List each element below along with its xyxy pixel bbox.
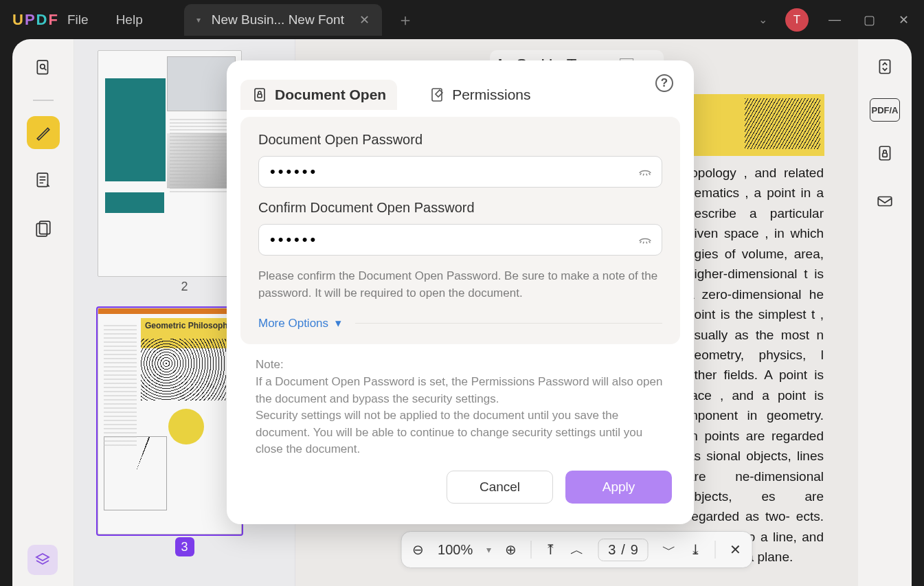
- password-helper-text: Please confirm the Document Open Passwor…: [258, 268, 662, 302]
- eye-icon[interactable]: [638, 232, 653, 250]
- help-icon[interactable]: ?: [655, 74, 673, 92]
- note-block: Note: If a Document Open Password is set…: [227, 344, 694, 458]
- chevron-down-icon: ▾: [335, 316, 341, 330]
- eye-icon[interactable]: [638, 164, 653, 182]
- svg-rect-9: [255, 89, 264, 101]
- tab-permissions[interactable]: Permissions: [418, 80, 541, 110]
- password-input[interactable]: [258, 156, 662, 188]
- cancel-button[interactable]: Cancel: [447, 471, 553, 504]
- tab-document-open[interactable]: Document Open: [240, 80, 397, 110]
- svg-rect-10: [258, 94, 262, 98]
- modal-tabs: Document Open Permissions: [227, 80, 694, 117]
- password-label: Document Open Password: [258, 132, 662, 148]
- more-options-toggle[interactable]: More Options ▾: [258, 311, 662, 330]
- confirm-password-label: Confirm Document Open Password: [258, 200, 662, 216]
- note-label: Note:: [256, 357, 665, 374]
- confirm-password-input[interactable]: [258, 224, 662, 256]
- note-body: If a Document Open Password is set, the …: [256, 374, 665, 458]
- password-panel: Document Open Password Confirm Document …: [240, 117, 680, 344]
- password-modal: ? Document Open Permissions Document Ope…: [227, 60, 694, 524]
- apply-button[interactable]: Apply: [565, 471, 672, 504]
